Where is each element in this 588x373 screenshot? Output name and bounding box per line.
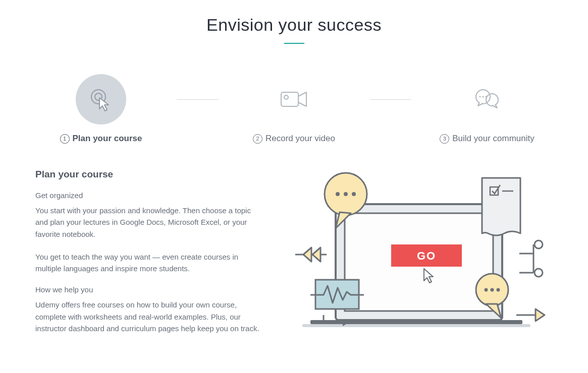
step-record[interactable]: 2 Record your video xyxy=(229,74,360,144)
detail-subheading: How we help you xyxy=(35,285,260,294)
svg-point-26 xyxy=(534,240,543,248)
svg-point-21 xyxy=(497,288,500,292)
title-underline xyxy=(284,43,304,44)
step-label-text: Record your video xyxy=(265,134,335,144)
video-icon xyxy=(269,74,319,125)
svg-point-27 xyxy=(534,269,543,277)
steps-row: 1 Plan your course 2 Record your video xyxy=(35,74,553,144)
illustration: GO xyxy=(280,169,553,345)
svg-point-5 xyxy=(479,96,481,98)
step-divider xyxy=(177,99,219,100)
svg-point-6 xyxy=(483,96,484,98)
svg-point-16 xyxy=(344,192,348,196)
detail-paragraph: Udemy offers free courses on how to buil… xyxy=(35,299,260,334)
page-title: Envision your success xyxy=(35,15,553,35)
svg-rect-10 xyxy=(302,324,530,327)
cursor-icon xyxy=(76,74,126,125)
svg-point-20 xyxy=(491,288,494,292)
step-number: 2 xyxy=(253,134,262,144)
detail-paragraph: You start with your passion and knowledg… xyxy=(35,205,260,240)
detail-subheading: Get organized xyxy=(35,191,260,200)
go-button-label: GO xyxy=(417,250,436,262)
step-number: 3 xyxy=(440,134,449,144)
svg-point-17 xyxy=(352,192,356,196)
detail-paragraph: You get to teach the way you want — even… xyxy=(35,251,260,275)
svg-point-3 xyxy=(284,95,288,99)
chat-icon xyxy=(462,74,512,125)
detail-heading: Plan your course xyxy=(35,169,260,180)
step-community[interactable]: 3 Build your community xyxy=(421,74,553,144)
step-divider xyxy=(370,99,412,100)
step-label-text: Build your community xyxy=(452,134,534,144)
step-plan[interactable]: 1 Plan your course xyxy=(35,74,167,144)
step-number: 1 xyxy=(60,134,70,144)
svg-point-19 xyxy=(485,288,488,292)
svg-point-15 xyxy=(336,192,340,196)
svg-rect-2 xyxy=(281,92,298,106)
detail-column: Plan your course Get organized You start… xyxy=(35,169,260,345)
step-label-text: Plan your course xyxy=(73,134,142,144)
